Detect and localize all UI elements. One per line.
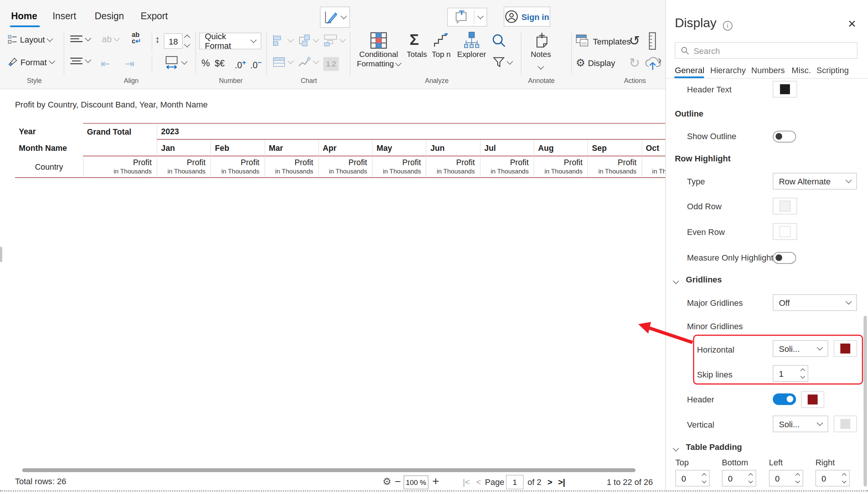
panel-tab-scripting[interactable]: Scripting [816,65,849,75]
skip-lines-input[interactable]: 1 [773,365,808,382]
month-header-apr[interactable]: Apr [318,140,372,156]
month-header-feb[interactable]: Feb [211,140,264,156]
conditional-label-2[interactable]: Formatting [357,59,400,68]
table-padding-collapse-chevron[interactable] [674,444,678,454]
padding-bottom-input[interactable]: 0 [722,470,756,486]
ruler-icon[interactable] [649,32,657,50]
table-view-button[interactable] [272,56,293,68]
undo-icon[interactable]: ↺ [629,33,640,49]
templates-button[interactable]: Templates [576,34,631,48]
table-padding-heading[interactable]: Table Padding [686,442,742,452]
measure-header[interactable]: Profitin Thousands [534,156,588,177]
padding-right-input[interactable]: 0 [815,470,850,486]
explorer-button[interactable] [464,32,479,48]
notes-label[interactable]: Notes [531,50,551,59]
month-header-jul[interactable]: Jul [480,140,534,156]
horizontal-style-dropdown[interactable]: Soli... [773,340,828,357]
info-icon[interactable]: i [723,21,732,31]
page-number-input[interactable]: 1 [506,475,524,489]
horizontal-align-button[interactable] [70,57,90,65]
panel-scrollbar[interactable] [863,316,867,487]
panel-tab-general[interactable]: General [675,65,704,75]
tab-design[interactable]: Design [95,11,124,22]
horizontal-color-swatch[interactable] [834,340,857,357]
year-field-label[interactable]: Year [15,123,83,140]
search-button[interactable] [491,32,507,49]
country-field-label[interactable]: Country [15,156,83,177]
hierarchy-chart-button[interactable] [298,34,318,47]
conditional-formatting-button[interactable] [370,32,388,49]
layout-chart-button[interactable] [323,34,345,47]
month-header-mar[interactable]: Mar [264,140,318,156]
odd-row-color-swatch[interactable] [773,198,797,215]
panel-tab-misc[interactable]: Misc. [792,65,811,75]
explorer-label[interactable]: Explorer [457,50,486,59]
totals-label[interactable]: Totals [407,50,427,59]
settings-gear-icon[interactable]: ⚙ [382,476,391,488]
zoom-level-input[interactable]: 100 % [403,476,428,489]
tab-export[interactable]: Export [141,11,168,22]
panel-search-input[interactable]: Search [675,42,857,59]
measure-header[interactable]: Profitin Thousands [157,156,211,177]
font-size-stepper[interactable] [185,34,189,48]
measure-header[interactable]: Profitin Thousands [372,156,426,177]
measure-header[interactable]: Profitin Thousands [426,156,480,177]
last-page-button[interactable]: >| [558,477,565,486]
measure-only-toggle[interactable] [773,252,796,264]
gridlines-collapse-chevron[interactable] [674,276,678,286]
measure-header[interactable]: Profitin Thousands [642,156,666,177]
vertical-color-swatch[interactable] [834,416,857,432]
next-page-button[interactable]: > [547,477,552,486]
font-size-input[interactable]: 18 [164,33,183,49]
layout-button[interactable]: Layout [8,35,52,44]
measure-header[interactable]: Profitin Thousands [588,156,642,177]
padding-top-input[interactable]: 0 [675,470,710,486]
tab-home[interactable]: Home [11,11,37,22]
month-header-sep[interactable]: Sep [588,140,642,156]
close-icon[interactable]: ✕ [848,18,856,31]
measure-header[interactable]: Profitin Thousands [83,156,156,177]
indent-decrease-icon[interactable]: ⇤ [101,57,110,70]
column-width-button[interactable] [165,55,186,70]
panel-tab-hierarchy[interactable]: Hierarchy [710,65,746,75]
add-comment-button[interactable] [447,8,487,27]
measure-header[interactable]: Profitin Thousands [264,156,318,177]
top-n-label[interactable]: Top n [432,50,451,59]
header-text-color-swatch[interactable] [773,81,797,98]
redo-icon[interactable]: ↻ [629,55,640,71]
prev-page-button[interactable]: < [476,477,481,486]
wrap-text-button[interactable]: abc↵ [132,32,141,44]
sign-in-button[interactable]: Sign in [504,7,550,27]
quick-format-dropdown[interactable]: Quick Format [199,33,261,49]
comment-chevron[interactable] [474,15,486,20]
horizontal-scrollbar[interactable] [22,468,636,472]
show-outline-toggle[interactable] [773,131,796,143]
vertical-style-dropdown[interactable]: Soli... [773,416,828,432]
skip-lines-stepper[interactable] [801,369,804,378]
panel-tab-numbers[interactable]: Numbers [751,65,785,75]
first-page-button[interactable]: |< [463,477,470,486]
major-gridlines-dropdown[interactable]: Off [773,294,857,311]
month-header-may[interactable]: May [372,140,426,156]
ribbon-expand-chevron[interactable]: › [658,53,662,68]
type-dropdown[interactable]: Row Alternate [773,173,857,189]
format-button[interactable]: Format [8,57,54,67]
line-chart-button[interactable] [298,56,318,68]
percent-format-button[interactable]: % [202,58,210,69]
grand-total-header[interactable]: Grand Total [83,123,156,140]
measure-header[interactable]: Profitin Thousands [318,156,372,177]
header-toggle[interactable] [773,393,796,405]
top-n-button[interactable] [433,32,449,48]
edit-view-button[interactable] [320,7,350,28]
totals-icon[interactable]: Σ [410,31,419,49]
decrease-decimal-button[interactable]: .0− [250,59,261,71]
tab-insert[interactable]: Insert [53,11,76,22]
zoom-out-button[interactable]: − [395,476,401,488]
month-field-label[interactable]: Month Name [15,140,83,156]
even-row-color-swatch[interactable] [773,223,797,240]
month-header-oct[interactable]: Oct [642,140,666,156]
currency-format-button[interactable]: $€ [215,59,225,69]
indent-increase-icon[interactable]: ⇥ [125,57,134,70]
year-value-header[interactable]: 2023 [157,123,665,140]
month-header-aug[interactable]: Aug [534,140,588,156]
